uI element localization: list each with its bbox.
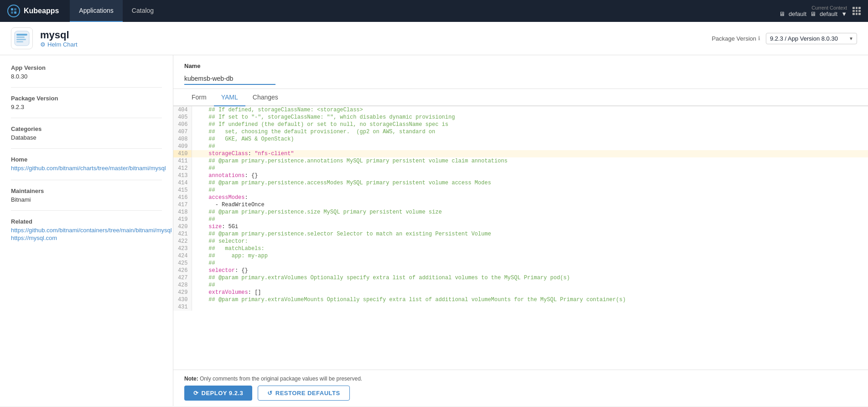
yaml-line-409: 409 ## bbox=[173, 143, 868, 150]
home-link[interactable]: https://github.com/bitnami/charts/tree/m… bbox=[11, 165, 162, 172]
logo-area[interactable]: Kubeapps bbox=[7, 5, 59, 17]
yaml-tab-bar: Form YAML Changes bbox=[173, 89, 868, 106]
sidebar-related: Related https://github.com/bitnami/conta… bbox=[11, 218, 162, 250]
nav-tab-catalog[interactable]: Catalog bbox=[123, 0, 163, 22]
line-number: 416 bbox=[173, 194, 192, 201]
sidebar-package-version: Package Version 9.2.3 bbox=[11, 95, 162, 118]
right-panel: Name Form YAML Changes 404 ## If defined… bbox=[173, 55, 868, 406]
line-number: 430 bbox=[173, 296, 192, 303]
yaml-line-421: 421 ## @param primary.persistence.select… bbox=[173, 230, 868, 238]
related-link-2[interactable]: https://mysql.com bbox=[11, 235, 162, 241]
yaml-line-426: 426 selector: {} bbox=[173, 267, 868, 274]
line-number: 405 bbox=[173, 114, 192, 121]
info-icon: ℹ bbox=[758, 35, 760, 42]
yaml-line-408: 408 ## GKE, AWS & OpenStack) bbox=[173, 136, 868, 143]
pkg-version-label: Package Version bbox=[11, 95, 162, 102]
line-number: 404 bbox=[173, 106, 192, 114]
yaml-editor[interactable]: 404 ## If defined, storageClassName: <st… bbox=[173, 106, 868, 370]
grid-menu-icon[interactable] bbox=[852, 7, 861, 15]
categories-label: Categories bbox=[11, 125, 162, 132]
line-content: ## If defined, storageClassName: <storag… bbox=[192, 106, 868, 114]
tab-changes[interactable]: Changes bbox=[245, 89, 286, 106]
line-number: 406 bbox=[173, 121, 192, 128]
line-number: 419 bbox=[173, 216, 192, 223]
name-input[interactable] bbox=[184, 73, 275, 85]
line-content: storageClass: "nfs-client" bbox=[192, 150, 868, 157]
line-number: 415 bbox=[173, 187, 192, 194]
line-content: ## bbox=[192, 260, 868, 267]
version-select[interactable]: 9.2.3 / App Version 8.0.30 bbox=[766, 33, 857, 44]
line-content: annotations: {} bbox=[192, 172, 868, 179]
line-content: ## GKE, AWS & OpenStack) bbox=[192, 136, 868, 143]
name-field-label: Name bbox=[184, 63, 857, 69]
yaml-line-430: 430 ## @param primary.extraVolumeMounts … bbox=[173, 296, 868, 303]
line-number: 418 bbox=[173, 209, 192, 216]
line-content: ## selector: bbox=[192, 238, 868, 245]
maintainers-value: Bitnami bbox=[11, 196, 162, 203]
line-number: 409 bbox=[173, 143, 192, 150]
line-content: ## bbox=[192, 165, 868, 172]
yaml-line-405: 405 ## If set to "-", storageClassName: … bbox=[173, 114, 868, 121]
nav-tabs: Applications Catalog bbox=[70, 0, 163, 22]
yaml-line-418: 418 ## @param primary.persistence.size M… bbox=[173, 209, 868, 216]
line-content: ## @param primary.extraVolumeMounts Opti… bbox=[192, 296, 868, 303]
yaml-line-411: 411 ## @param primary.persistence.annota… bbox=[173, 157, 868, 165]
line-content: ## @param primary.persistence.accessMode… bbox=[192, 179, 868, 187]
related-link-1[interactable]: https://github.com/bitnami/containers/tr… bbox=[11, 227, 162, 234]
line-content: ## @param primary.persistence.size MySQL… bbox=[192, 209, 868, 216]
line-number: 412 bbox=[173, 165, 192, 172]
home-label: Home bbox=[11, 156, 162, 163]
yaml-line-424: 424 ## app: my-app bbox=[173, 252, 868, 260]
line-number: 426 bbox=[173, 267, 192, 274]
line-content: accessModes: bbox=[192, 194, 868, 201]
line-content: ## bbox=[192, 187, 868, 194]
tab-form[interactable]: Form bbox=[184, 89, 214, 106]
line-number: 429 bbox=[173, 289, 192, 296]
line-content: ## If set to "-", storageClassName: "", … bbox=[192, 114, 868, 121]
deploy-button[interactable]: ⟳ DEPLOY 9.2.3 bbox=[184, 386, 252, 401]
package-version-area: Package Version ℹ 9.2.3 / App Version 8.… bbox=[712, 33, 857, 44]
restore-defaults-button[interactable]: ↺ RESTORE DEFAULTS bbox=[258, 386, 349, 401]
note-prefix: Note: bbox=[184, 376, 198, 382]
yaml-line-413: 413 annotations: {} bbox=[173, 172, 868, 179]
context-dropdown-icon[interactable]: ▼ bbox=[841, 10, 847, 17]
app-version-label: App Version bbox=[11, 64, 162, 71]
maintainers-label: Maintainers bbox=[11, 188, 162, 194]
line-number: 422 bbox=[173, 238, 192, 245]
sidebar-maintainers: Maintainers Bitnami bbox=[11, 188, 162, 211]
note-text: Only comments from the original package … bbox=[198, 376, 363, 382]
line-number: 421 bbox=[173, 230, 192, 238]
yaml-line-427: 427 ## @param primary.extraVolumes Optio… bbox=[173, 274, 868, 282]
line-number: 423 bbox=[173, 245, 192, 252]
yaml-line-423: 423 ## matchLabels: bbox=[173, 245, 868, 252]
app-subtitle-text: Helm Chart bbox=[47, 41, 78, 48]
yaml-line-429: 429 extraVolumes: [] bbox=[173, 289, 868, 296]
restore-label: RESTORE DEFAULTS bbox=[275, 390, 340, 397]
bottom-note: Note: Only comments from the original pa… bbox=[184, 376, 857, 382]
sidebar: App Version 8.0.30 Package Version 9.2.3… bbox=[0, 55, 173, 406]
line-content: ## set, choosing the default provisioner… bbox=[192, 128, 868, 136]
bottom-actions: ⟳ DEPLOY 9.2.3 ↺ RESTORE DEFAULTS bbox=[184, 386, 857, 401]
line-number: 427 bbox=[173, 274, 192, 282]
line-number: 408 bbox=[173, 136, 192, 143]
line-content: ## bbox=[192, 282, 868, 289]
logo-text: Kubeapps bbox=[24, 7, 59, 15]
categories-value: Database bbox=[11, 134, 162, 141]
deploy-icon: ⟳ bbox=[193, 390, 199, 397]
svg-point-0 bbox=[8, 5, 20, 17]
yaml-line-419: 419 ## bbox=[173, 216, 868, 223]
line-content: ## @param primary.persistence.annotation… bbox=[192, 157, 868, 165]
line-content: size: 5Gi bbox=[192, 223, 868, 230]
name-section: Name bbox=[173, 55, 868, 89]
context-cluster: default bbox=[820, 10, 837, 17]
nav-tab-applications[interactable]: Applications bbox=[70, 0, 123, 22]
svg-rect-9 bbox=[16, 41, 23, 42]
sidebar-categories: Categories Database bbox=[11, 125, 162, 149]
bottom-bar: Note: Only comments from the original pa… bbox=[173, 370, 868, 406]
tab-yaml[interactable]: YAML bbox=[214, 89, 245, 106]
package-version-label: Package Version ℹ bbox=[712, 35, 760, 42]
svg-rect-8 bbox=[16, 39, 26, 40]
deploy-label: DEPLOY 9.2.3 bbox=[202, 390, 244, 397]
svg-rect-4 bbox=[14, 11, 16, 14]
yaml-line-415: 415 ## bbox=[173, 187, 868, 194]
